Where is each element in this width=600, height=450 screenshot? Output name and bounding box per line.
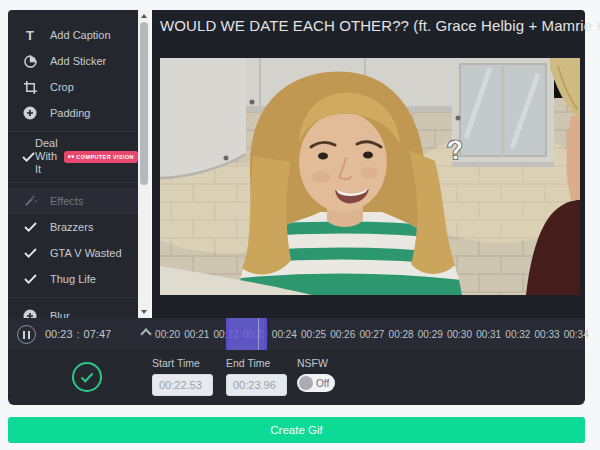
divider [8,182,138,183]
scrollbar-thumb[interactable] [140,22,148,185]
sidebar-item-deal-with-it[interactable]: Deal With It COMPUTER VISION [8,137,138,177]
timeline-timestamp: 00:34 [562,329,591,340]
check-icon [22,148,35,166]
sidebar-item-brazzers[interactable]: Brazzers [8,214,138,240]
timeline-timestamp: 00:31 [474,329,503,340]
start-time-input[interactable] [152,374,213,396]
nsfw-toggle[interactable]: Off [297,374,335,392]
divider [8,131,138,132]
time-separator: : [77,328,80,340]
tools-sidebar: T Add Caption Add Sticker Crop Padding D… [8,10,138,318]
effects-section-header: Effects [8,188,138,214]
divider [8,297,138,298]
sidebar-item-label: Blur [50,310,70,318]
collapse-timeline-button[interactable] [139,326,153,340]
timeline-timestamp: 00:26 [328,329,357,340]
check-icon [22,271,38,287]
timeline-timestamp: 00:29 [416,329,445,340]
timeline-timestamp: 00:30 [445,329,474,340]
timeline-timestamp: 00:33 [532,329,561,340]
sidebar-item-label: Add Sticker [50,55,106,67]
sidebar-item-label: Padding [50,107,90,119]
timeline-selection-handle[interactable] [226,318,267,350]
sidebar-item-label: Add Caption [50,29,111,41]
magic-wand-icon [22,193,38,209]
timeline-bar[interactable]: 00:23 : 07:47 00:2000:2100:2200:2300:240… [8,318,585,350]
time-display: 00:23 : 07:47 [45,318,111,350]
pause-icon [23,331,30,339]
computer-vision-badge: COMPUTER VISION [64,151,138,163]
sidebar-item-add-sticker[interactable]: Add Sticker [8,48,138,74]
section-label: Effects [50,195,83,207]
sidebar-item-label: Crop [50,81,74,93]
timeline-timestamp: 00:32 [503,329,532,340]
timeline-timestamp: 00:24 [270,329,299,340]
sidebar-item-add-caption[interactable]: T Add Caption [8,22,138,48]
timeline-timestamp: 00:27 [357,329,386,340]
sticker-icon [22,53,38,69]
playhead-marker [258,318,259,350]
scroll-down-arrow[interactable] [138,306,150,318]
chevron-up-icon [140,328,151,339]
sidebar-item-label: Brazzers [50,221,93,233]
current-time: 00:23 [45,328,73,340]
timeline-timestamp: 00:20 [153,329,182,340]
nsfw-label: NSFW [297,357,335,369]
plus-circle-icon [22,308,38,318]
start-time-label: Start Time [152,357,213,369]
gif-options-panel: Start Time End Time NSFW Off [8,350,585,405]
video-title: WOULD WE DATE EACH OTHER?? (ft. Grace He… [160,17,580,34]
sidebar-item-gta-v-wasted[interactable]: GTA V Wasted [8,240,138,266]
sidebar-item-label: Thug Life [50,273,96,285]
crop-icon [22,79,38,95]
text-icon: T [22,27,38,43]
sidebar-item-crop[interactable]: Crop [8,74,138,100]
confirm-selection-button[interactable] [72,362,102,392]
sidebar-item-label: GTA V Wasted [50,247,122,259]
preview-panel: WOULD WE DATE EACH OTHER?? (ft. Grace He… [152,10,585,318]
pause-button[interactable] [17,325,36,344]
end-time-input[interactable] [226,374,287,396]
video-preview: ? [160,58,580,295]
sidebar-item-label: Deal With It [35,137,64,177]
sidebar-item-thug-life[interactable]: Thug Life [8,266,138,292]
computer-vision-badge-icon [68,154,74,160]
sidebar-item-blur[interactable]: Blur [8,303,138,318]
sidebar-item-padding[interactable]: Padding [8,100,138,126]
video-frame-illustration: ? [160,58,580,295]
check-icon [80,372,94,383]
plus-circle-icon [22,105,38,121]
check-icon [22,219,38,235]
toggle-knob [299,376,313,390]
end-time-label: End Time [226,357,287,369]
total-duration: 07:47 [84,328,112,340]
timeline-timestamp: 00:25 [299,329,328,340]
check-icon [22,245,38,261]
scroll-up-arrow[interactable] [138,10,150,22]
timeline-timestamps[interactable]: 00:2000:2100:2200:2300:2400:2500:2600:27… [153,318,591,350]
timeline-timestamp: 00:28 [387,329,416,340]
sidebar-scrollbar[interactable] [138,10,150,318]
create-gif-button[interactable]: Create Gif [8,417,585,443]
toggle-state: Off [316,378,329,389]
timeline-timestamp: 00:21 [182,329,211,340]
